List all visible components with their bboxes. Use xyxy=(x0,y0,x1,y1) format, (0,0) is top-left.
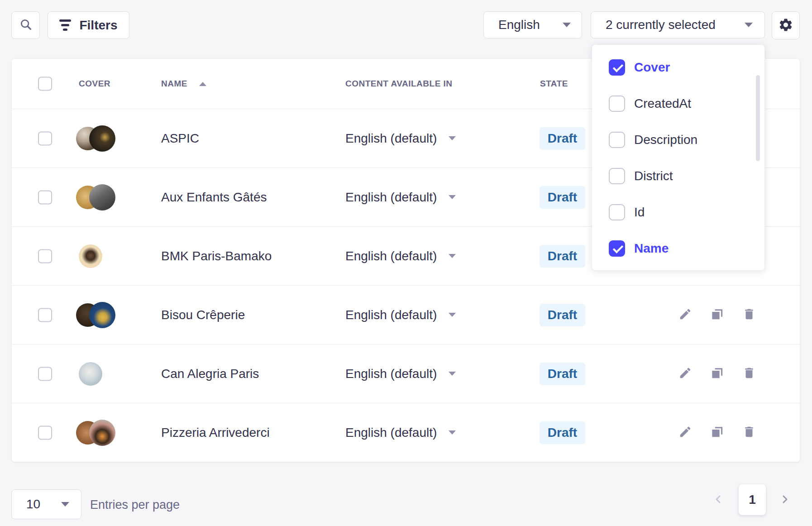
delete-button[interactable] xyxy=(740,424,758,442)
locale-label: English (default) xyxy=(345,190,437,205)
locale-label: English (default) xyxy=(345,308,437,322)
chevron-down-icon xyxy=(449,313,456,317)
delete-button[interactable] xyxy=(740,306,758,324)
column-header-content-available-in: CONTENT AVAILABLE IN xyxy=(345,79,453,89)
locale-dropdown[interactable]: English (default) xyxy=(345,426,456,440)
columns-dropdown-list: Cover CreatedAt Description District Id … xyxy=(592,49,764,267)
trash-icon xyxy=(742,425,756,440)
status-badge: Draft xyxy=(540,421,585,444)
locale-select[interactable]: English xyxy=(483,11,582,38)
row-name: BMK Paris-Bamako xyxy=(161,249,272,263)
previous-page-button[interactable] xyxy=(709,491,727,509)
column-header-state: STATE xyxy=(540,79,568,89)
checkbox[interactable] xyxy=(609,168,625,184)
column-option-label: District xyxy=(634,169,673,183)
trash-icon xyxy=(742,366,756,381)
scrollbar[interactable] xyxy=(756,75,760,161)
column-option-label: CreatedAt xyxy=(634,96,691,111)
table-row[interactable]: Can Alegria Paris English (default) Draf… xyxy=(12,344,800,403)
locale-dropdown[interactable]: English (default) xyxy=(345,367,456,381)
status-badge: Draft xyxy=(540,186,585,209)
chevron-down-icon xyxy=(563,23,571,27)
search-icon xyxy=(19,18,33,33)
table-row[interactable]: Bisou Crêperie English (default) Draft xyxy=(12,285,800,344)
copy-icon xyxy=(710,307,724,322)
duplicate-button[interactable] xyxy=(708,424,726,442)
locale-label: English (default) xyxy=(345,367,437,381)
checkbox[interactable] xyxy=(609,240,625,257)
delete-button[interactable] xyxy=(740,365,758,383)
cover-image xyxy=(89,420,115,446)
table-row[interactable]: Pizzeria Arrivederci English (default) D… xyxy=(12,403,800,462)
cover-avatar xyxy=(76,302,117,328)
duplicate-button[interactable] xyxy=(708,306,726,324)
select-all-checkbox[interactable] xyxy=(38,77,52,91)
chevron-down-icon xyxy=(61,502,69,507)
gear-icon xyxy=(778,17,793,34)
column-option[interactable]: Id xyxy=(592,194,764,230)
status-badge: Draft xyxy=(540,127,585,150)
pencil-icon xyxy=(678,366,692,381)
cover-avatar xyxy=(76,420,117,446)
search-button[interactable] xyxy=(11,11,40,39)
edit-button[interactable] xyxy=(676,424,694,442)
column-option-label: Id xyxy=(634,205,645,220)
filters-label: Filters xyxy=(79,18,117,33)
checkbox[interactable] xyxy=(609,204,625,220)
locale-label: English (default) xyxy=(345,131,437,146)
pencil-icon xyxy=(678,307,692,322)
checkbox[interactable] xyxy=(609,96,625,112)
entries-per-page-select[interactable]: 10 xyxy=(11,489,81,519)
column-option[interactable]: Name xyxy=(592,230,764,267)
locale-label: English (default) xyxy=(345,426,437,440)
sort-ascending-icon xyxy=(199,82,206,86)
column-option-label: Cover xyxy=(634,60,670,75)
locale-dropdown[interactable]: English (default) xyxy=(345,190,456,205)
cover-image xyxy=(89,184,115,210)
state-cell: Draft xyxy=(540,186,585,209)
row-checkbox[interactable] xyxy=(38,367,52,381)
column-option[interactable]: District xyxy=(592,158,764,194)
row-checkbox[interactable] xyxy=(38,131,52,145)
column-option[interactable]: Description xyxy=(592,122,764,158)
locale-dropdown[interactable]: English (default) xyxy=(345,131,456,146)
row-checkbox[interactable] xyxy=(38,249,52,263)
row-checkbox[interactable] xyxy=(38,308,52,322)
columns-dropdown: Cover CreatedAt Description District Id … xyxy=(592,44,765,271)
next-page-button[interactable] xyxy=(776,491,794,509)
status-badge: Draft xyxy=(540,363,585,385)
trash-icon xyxy=(742,307,756,322)
cover-image xyxy=(89,125,115,152)
settings-button[interactable] xyxy=(772,11,800,39)
column-option-label: Name xyxy=(634,241,669,256)
row-checkbox[interactable] xyxy=(38,426,52,440)
pencil-icon xyxy=(678,425,692,440)
cover-avatar xyxy=(76,125,117,152)
checkbox[interactable] xyxy=(609,132,625,148)
cover-image xyxy=(89,302,115,328)
row-name: ASPIC xyxy=(161,131,199,146)
state-cell: Draft xyxy=(540,304,585,326)
chevron-down-icon xyxy=(449,136,456,140)
locale-dropdown[interactable]: English (default) xyxy=(345,308,456,322)
locale-dropdown[interactable]: English (default) xyxy=(345,249,456,263)
columns-select-value: 2 currently selected xyxy=(606,18,716,32)
chevron-down-icon xyxy=(449,195,456,199)
column-option[interactable]: Cover xyxy=(592,49,764,86)
column-option[interactable]: CreatedAt xyxy=(592,86,764,122)
content-list-page: Filters English 2 currently selected COV… xyxy=(0,0,812,526)
checkbox[interactable] xyxy=(609,59,625,76)
edit-button[interactable] xyxy=(676,365,694,383)
columns-select[interactable]: 2 currently selected xyxy=(591,11,765,38)
duplicate-button[interactable] xyxy=(708,365,726,383)
column-header-cover: COVER xyxy=(79,79,110,89)
chevron-down-icon xyxy=(449,430,456,435)
cover-avatar xyxy=(76,184,117,210)
state-cell: Draft xyxy=(540,421,585,444)
page-1-button[interactable]: 1 xyxy=(739,484,766,515)
edit-button[interactable] xyxy=(676,306,694,324)
row-checkbox[interactable] xyxy=(38,190,52,204)
filters-button[interactable]: Filters xyxy=(48,11,129,39)
column-header-name[interactable]: NAME xyxy=(161,79,206,89)
status-badge: Draft xyxy=(540,304,585,326)
